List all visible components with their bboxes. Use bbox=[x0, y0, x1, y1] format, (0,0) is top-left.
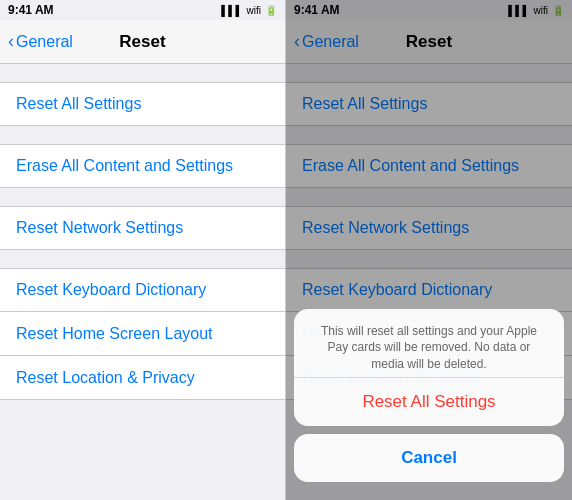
chevron-left-icon: ‹ bbox=[8, 31, 14, 52]
list-item[interactable]: Reset All Settings bbox=[0, 82, 285, 126]
action-sheet-card: This will reset all settings and your Ap… bbox=[294, 309, 564, 426]
nav-title-left: Reset bbox=[119, 32, 165, 52]
spacer-top-left bbox=[0, 64, 285, 82]
list-item[interactable]: Reset Network Settings bbox=[0, 206, 285, 250]
wifi-icon: wifi bbox=[247, 5, 261, 16]
row-label: Reset Home Screen Layout bbox=[16, 325, 213, 343]
action-sheet: This will reset all settings and your Ap… bbox=[286, 301, 572, 490]
spacer-4-left bbox=[0, 250, 285, 268]
row-label: Reset Keyboard Dictionary bbox=[16, 281, 206, 299]
nav-bar-left: ‹ General Reset bbox=[0, 20, 285, 64]
signal-icon: ▌▌▌ bbox=[221, 5, 242, 16]
spacer-2-left bbox=[0, 126, 285, 144]
back-label-left: General bbox=[16, 33, 73, 51]
back-button-left[interactable]: ‹ General bbox=[8, 31, 73, 52]
battery-icon: 🔋 bbox=[265, 5, 277, 16]
list-item[interactable]: Reset Keyboard Dictionary bbox=[0, 268, 285, 312]
status-bar-left: 9:41 AM ▌▌▌ wifi 🔋 bbox=[0, 0, 285, 20]
row-label: Reset Network Settings bbox=[16, 219, 183, 237]
list-item[interactable]: Reset Home Screen Layout bbox=[0, 312, 285, 356]
list-item[interactable]: Erase All Content and Settings bbox=[0, 144, 285, 188]
status-icons-left: ▌▌▌ wifi 🔋 bbox=[221, 5, 277, 16]
row-label: Reset All Settings bbox=[16, 95, 141, 113]
settings-list-left: Reset All Settings Erase All Content and… bbox=[0, 64, 285, 500]
spacer-3-left bbox=[0, 188, 285, 206]
row-label: Reset Location & Privacy bbox=[16, 369, 195, 387]
cancel-button[interactable]: Cancel bbox=[294, 434, 564, 482]
row-label: Erase All Content and Settings bbox=[16, 157, 233, 175]
status-time-left: 9:41 AM bbox=[8, 3, 54, 17]
left-panel: 9:41 AM ▌▌▌ wifi 🔋 ‹ General Reset Reset… bbox=[0, 0, 286, 500]
action-sheet-overlay: This will reset all settings and your Ap… bbox=[286, 0, 572, 500]
list-item[interactable]: Reset Location & Privacy bbox=[0, 356, 285, 400]
reset-all-settings-button[interactable]: Reset All Settings bbox=[294, 377, 564, 426]
action-sheet-message: This will reset all settings and your Ap… bbox=[294, 309, 564, 377]
right-panel: 9:41 AM ▌▌▌ wifi 🔋 ‹ General Reset Reset… bbox=[286, 0, 572, 500]
